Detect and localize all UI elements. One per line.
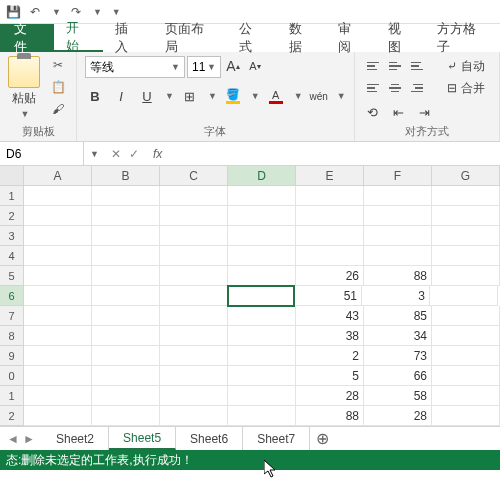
menu-tab-4[interactable]: 数据: [277, 24, 326, 52]
cell[interactable]: 66: [364, 366, 432, 386]
copy-icon[interactable]: 📋: [48, 78, 68, 96]
cell[interactable]: 5: [296, 366, 364, 386]
row-header[interactable]: 4: [0, 246, 24, 266]
formula-input[interactable]: [168, 142, 500, 165]
cell[interactable]: [364, 246, 432, 266]
cell[interactable]: [160, 406, 228, 426]
row-header[interactable]: 3: [0, 226, 24, 246]
decrease-font-icon[interactable]: A▾: [245, 56, 265, 76]
cell[interactable]: [228, 266, 296, 286]
qat-customize-icon[interactable]: ▼: [112, 7, 121, 17]
cell[interactable]: [432, 226, 500, 246]
row-header[interactable]: 2: [0, 206, 24, 226]
align-left-icon[interactable]: [363, 78, 383, 98]
cell[interactable]: [432, 386, 500, 406]
cell[interactable]: [92, 266, 160, 286]
cell[interactable]: 2: [296, 346, 364, 366]
cell[interactable]: [160, 386, 228, 406]
cell[interactable]: [364, 206, 432, 226]
italic-button[interactable]: I: [111, 86, 131, 106]
merge-button[interactable]: ⊟合并: [447, 78, 485, 98]
cell[interactable]: 26: [296, 266, 364, 286]
cut-icon[interactable]: ✂: [48, 56, 68, 74]
cell[interactable]: [92, 186, 160, 206]
row-header[interactable]: 2: [0, 406, 24, 426]
tab-nav-next-icon[interactable]: ►: [22, 432, 36, 446]
cell[interactable]: 58: [364, 386, 432, 406]
align-top-icon[interactable]: [363, 56, 383, 76]
cell[interactable]: [228, 186, 296, 206]
cell[interactable]: [228, 406, 296, 426]
cell[interactable]: [92, 226, 160, 246]
cell[interactable]: [228, 206, 296, 226]
cell[interactable]: [364, 226, 432, 246]
cell[interactable]: [296, 186, 364, 206]
paste-dropdown-icon[interactable]: ▼: [21, 109, 30, 119]
increase-indent-icon[interactable]: ⇥: [415, 102, 435, 122]
menu-tab-7[interactable]: 方方格子: [425, 24, 500, 52]
cell[interactable]: [227, 285, 295, 307]
redo-icon[interactable]: ↷: [69, 5, 83, 19]
cell[interactable]: [432, 406, 500, 426]
cell[interactable]: [160, 266, 228, 286]
menu-tab-1[interactable]: 插入: [103, 24, 152, 52]
cell[interactable]: [228, 386, 296, 406]
fx-icon[interactable]: fx: [147, 147, 168, 161]
column-header[interactable]: F: [364, 166, 432, 185]
cell[interactable]: [160, 306, 228, 326]
increase-font-icon[interactable]: A▴: [223, 56, 243, 76]
cell[interactable]: [228, 226, 296, 246]
border-icon[interactable]: ⊞: [180, 86, 200, 106]
menu-tab-3[interactable]: 公式: [227, 24, 276, 52]
cell[interactable]: [160, 186, 228, 206]
cell[interactable]: [296, 246, 364, 266]
row-header[interactable]: 7: [0, 306, 24, 326]
sheet-tab[interactable]: Sheet2: [42, 427, 109, 450]
cell[interactable]: 3: [362, 286, 430, 306]
font-color-icon[interactable]: A: [266, 86, 286, 106]
cell[interactable]: [430, 286, 498, 306]
cell[interactable]: [92, 346, 160, 366]
column-header[interactable]: A: [24, 166, 92, 185]
cell[interactable]: [228, 366, 296, 386]
column-header[interactable]: G: [432, 166, 500, 185]
cell[interactable]: [24, 346, 92, 366]
column-header[interactable]: C: [160, 166, 228, 185]
cell[interactable]: [92, 286, 160, 306]
fontcolor-dropdown-icon[interactable]: ▼: [294, 91, 303, 101]
cell[interactable]: [432, 186, 500, 206]
sheet-tab[interactable]: Sheet6: [176, 427, 243, 450]
paste-icon[interactable]: [8, 56, 40, 88]
cell[interactable]: 28: [364, 406, 432, 426]
align-right-icon[interactable]: [407, 78, 427, 98]
paste-label[interactable]: 粘贴: [12, 90, 36, 107]
cell[interactable]: [24, 366, 92, 386]
cancel-formula-icon[interactable]: ✕: [111, 147, 121, 161]
row-header[interactable]: 5: [0, 266, 24, 286]
underline-dropdown-icon[interactable]: ▼: [165, 91, 174, 101]
cell[interactable]: [228, 306, 296, 326]
menu-tab-2[interactable]: 页面布局: [153, 24, 228, 52]
undo-dropdown-icon[interactable]: ▼: [52, 7, 61, 17]
cell[interactable]: [24, 266, 92, 286]
menu-tab-5[interactable]: 审阅: [326, 24, 375, 52]
save-icon[interactable]: 💾: [6, 5, 20, 19]
cell[interactable]: [92, 206, 160, 226]
cell[interactable]: 88: [364, 266, 432, 286]
sheet-tab[interactable]: Sheet5: [109, 427, 176, 450]
sheet-tab[interactable]: Sheet7: [243, 427, 310, 450]
align-middle-icon[interactable]: [385, 56, 405, 76]
font-size-select[interactable]: 11▼: [187, 56, 221, 78]
cell[interactable]: [228, 326, 296, 346]
name-box[interactable]: D6: [0, 142, 84, 165]
cell[interactable]: 73: [364, 346, 432, 366]
cell[interactable]: [92, 366, 160, 386]
cell[interactable]: [296, 206, 364, 226]
cell[interactable]: 34: [364, 326, 432, 346]
cell[interactable]: [160, 326, 228, 346]
cell[interactable]: 38: [296, 326, 364, 346]
cell[interactable]: [24, 226, 92, 246]
cell[interactable]: [92, 326, 160, 346]
cell[interactable]: 43: [296, 306, 364, 326]
cell[interactable]: [228, 346, 296, 366]
